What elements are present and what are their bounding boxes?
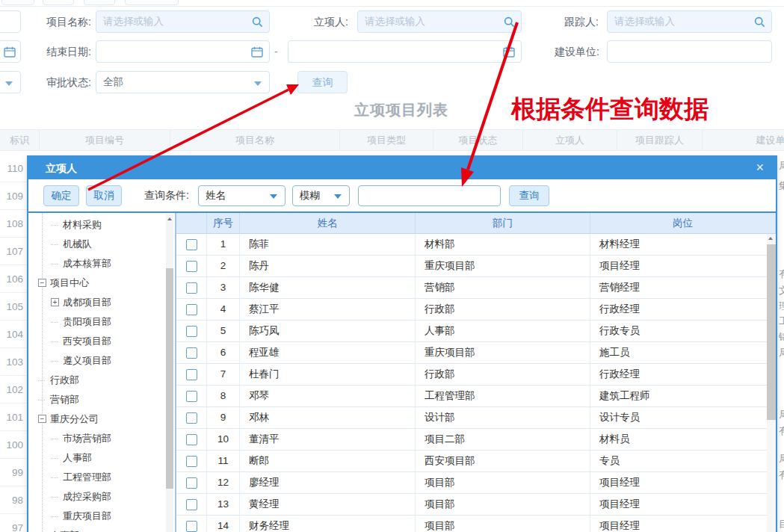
top-tab-stub[interactable] xyxy=(43,0,74,5)
condition-field-select[interactable]: 姓名 xyxy=(198,185,285,206)
row-checkbox[interactable] xyxy=(186,499,197,510)
row-checkbox[interactable] xyxy=(186,347,197,359)
construction-unit-input[interactable] xyxy=(608,41,771,62)
table-row[interactable]: 4蔡江平行政部行政经理 xyxy=(176,299,776,321)
table-row[interactable]: 8邓琴工程管理部建筑工程师 xyxy=(176,386,776,407)
tree-item[interactable]: 工程管理部 xyxy=(28,468,166,487)
tree-item[interactable]: 遵义项目部 xyxy=(28,351,166,371)
close-icon[interactable]: × xyxy=(756,157,764,178)
table-row[interactable]: 2陈丹重庆项目部项目经理 xyxy=(176,256,776,277)
row-checkbox[interactable] xyxy=(186,261,197,272)
tree-item[interactable]: 成控采购部 xyxy=(28,487,166,507)
table-row[interactable]: 6程亚雄重庆项目部施工员 xyxy=(176,342,776,364)
table-row[interactable]: 12廖经理项目部项目经理 xyxy=(176,472,776,494)
calendar-icon[interactable] xyxy=(503,46,515,58)
clipped-input[interactable] xyxy=(0,10,21,33)
tree-item-label: 营销部 xyxy=(50,390,79,409)
row-checkbox[interactable] xyxy=(186,477,197,489)
tree-item[interactable]: 人事部 xyxy=(28,448,166,468)
table-row[interactable]: 7杜春门行政部行政经理 xyxy=(176,364,776,386)
query-button[interactable]: 查询 xyxy=(297,71,348,93)
table-scrollbar-thumb[interactable] xyxy=(767,244,776,420)
tracker-input[interactable] xyxy=(608,11,771,32)
search-icon[interactable] xyxy=(754,16,765,28)
tree-item[interactable]: −重庆分公司 xyxy=(28,409,166,429)
table-row[interactable]: 10董清平项目二部材料员 xyxy=(176,429,776,451)
clipped-select[interactable] xyxy=(0,71,21,93)
table-scrollbar[interactable] xyxy=(767,234,776,532)
bg-row-id: 100 xyxy=(0,431,27,459)
bg-column-header: 项目类型 xyxy=(340,130,433,150)
tree-item[interactable]: −项目中心 xyxy=(28,273,166,293)
tree-collapse-icon[interactable]: − xyxy=(38,279,46,287)
initiator-input[interactable] xyxy=(358,11,521,32)
approval-status-value: 全部 xyxy=(103,76,123,87)
dialog-query-button[interactable]: 查询 xyxy=(509,185,549,206)
tree-scrollbar-thumb[interactable] xyxy=(166,268,173,489)
end-date-label: 结束日期: xyxy=(39,40,91,63)
tree-item[interactable]: 重庆项目部 xyxy=(28,507,166,526)
row-checkbox[interactable] xyxy=(186,412,197,424)
table-row[interactable]: 1陈菲材料部材料经理 xyxy=(176,234,776,256)
search-icon[interactable] xyxy=(504,16,515,28)
row-checkbox[interactable] xyxy=(186,434,197,445)
tree-scrollbar[interactable] xyxy=(166,214,173,532)
initiator-label: 立项人: xyxy=(296,10,348,33)
initiator-field[interactable] xyxy=(357,10,522,33)
row-checkbox[interactable] xyxy=(186,391,197,402)
row-checkbox[interactable] xyxy=(186,282,197,294)
row-checkbox[interactable] xyxy=(186,304,197,315)
top-tab-stub[interactable] xyxy=(125,0,179,5)
tree-item[interactable]: 人事部 xyxy=(28,526,166,532)
post-cell: 专员 xyxy=(590,451,776,471)
tree-item[interactable]: 贵阳项目部 xyxy=(28,312,166,332)
confirm-button[interactable]: 确定 xyxy=(43,185,79,206)
calendar-icon[interactable] xyxy=(251,46,263,58)
tree-item[interactable]: 西安项目部 xyxy=(28,332,166,351)
table-row[interactable]: 14财务经理项目部项目经理 xyxy=(176,516,776,532)
row-checkbox[interactable] xyxy=(186,521,197,532)
divider xyxy=(0,6,784,7)
project-name-field[interactable] xyxy=(96,10,270,33)
tree-expand-icon[interactable]: + xyxy=(51,298,59,306)
scroll-up-icon[interactable] xyxy=(767,234,776,243)
row-checkbox[interactable] xyxy=(186,456,197,467)
keyword-input[interactable] xyxy=(358,185,501,206)
end-date-to-input[interactable] xyxy=(288,41,521,62)
top-tab-stub[interactable] xyxy=(1,0,34,5)
tree-item[interactable]: 行政部 xyxy=(28,371,166,390)
row-checkbox[interactable] xyxy=(186,326,197,337)
end-date-to-field[interactable] xyxy=(288,40,522,63)
tree-collapse-icon[interactable]: − xyxy=(38,415,46,423)
dialog-titlebar[interactable]: 立项人 × xyxy=(28,157,776,179)
match-mode-select[interactable]: 模糊 xyxy=(292,185,350,206)
top-tab-stub[interactable] xyxy=(84,0,115,5)
table-row[interactable]: 5陈巧凤人事部行政专员 xyxy=(176,321,776,342)
end-date-from-field[interactable] xyxy=(96,40,270,63)
tree-item[interactable]: 机械队 xyxy=(28,235,166,254)
table-row[interactable]: 11断郎西安项目部专员 xyxy=(176,451,776,472)
cancel-button[interactable]: 取消 xyxy=(86,185,122,206)
personnel-table-header: 序号姓名部门岗位 xyxy=(176,213,776,234)
search-icon[interactable] xyxy=(252,16,263,28)
project-name-input[interactable] xyxy=(96,11,269,32)
tree-item-label: 重庆分公司 xyxy=(50,409,99,429)
approval-status-select[interactable]: 全部 xyxy=(96,71,270,93)
row-checkbox[interactable] xyxy=(186,369,197,380)
bg-cell-fragment: 理局 xyxy=(779,300,784,313)
row-checkbox[interactable] xyxy=(186,239,197,250)
tree-item[interactable]: 市场营销部 xyxy=(28,429,166,448)
tree-item[interactable]: 材料采购 xyxy=(28,215,166,235)
tree-item[interactable]: 营销部 xyxy=(28,390,166,409)
tree-item[interactable]: 成本核算部 xyxy=(28,254,166,273)
calendar-icon[interactable] xyxy=(4,46,16,58)
table-row[interactable]: 9邓林设计部设计专员 xyxy=(176,407,776,429)
table-row[interactable]: 3陈华健营销部营销经理 xyxy=(176,277,776,299)
scroll-up-icon[interactable] xyxy=(166,214,173,223)
tree-item[interactable]: +成都项目部 xyxy=(28,293,166,312)
clipped-date-input[interactable] xyxy=(0,40,21,63)
tracker-field[interactable] xyxy=(607,10,772,33)
table-row[interactable]: 13黄经理项目部项目经理 xyxy=(176,494,776,516)
end-date-from-input[interactable] xyxy=(96,41,269,62)
construction-unit-field[interactable] xyxy=(607,40,772,63)
